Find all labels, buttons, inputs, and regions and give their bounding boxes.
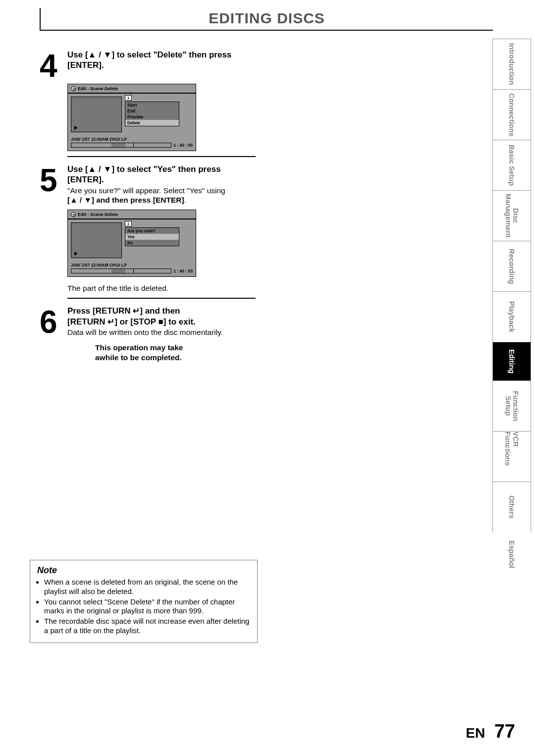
disc-icon [71, 86, 76, 91]
progress-time: 1 : 40 : 03 [173, 269, 193, 273]
warn-line1: This operation may take [95, 343, 253, 352]
progress-bar [71, 143, 171, 148]
step6-line2c: ] to exit. [163, 317, 196, 326]
step-4: 4 Use [▲ / ▼] to select "Delete" then pr… [40, 50, 253, 79]
screen-footer: JAN/ 1/07 12:00AM CH10 LP [68, 135, 196, 143]
menu-list: Start End Preview Delete [125, 102, 179, 126]
note-item: You cannot select "Scene Delete" if the … [44, 597, 250, 616]
triangle-down-icon: ▼ [104, 50, 112, 59]
menu-item: Are you sure? [125, 228, 179, 234]
step5-desc2b: [ENTER] [153, 196, 184, 204]
footer-page-number: 77 [494, 721, 515, 742]
tab-disc-management[interactable]: Disc Management [492, 190, 531, 241]
side-tabs: Introduction Connections Basic Setup Dis… [492, 39, 531, 577]
step6-line2a: [RETURN [67, 317, 107, 326]
index-number: 1 [125, 221, 132, 226]
step5-desc2c: . [184, 196, 186, 204]
return-arrow-icon: ↵ [133, 306, 140, 316]
tab-espanol[interactable]: Español [492, 532, 531, 577]
note-title: Note [37, 565, 250, 576]
step-number: 6 [40, 306, 67, 337]
footer-lang: EN [466, 725, 485, 741]
note-item: When a scene is deleted from an original… [44, 578, 250, 596]
menu-item: Start [125, 102, 179, 108]
step-5: 5 Use [▲ / ▼] to select "Yes" then press… [40, 164, 253, 205]
screen-footer: JAN/ 1/07 12:00AM CH10 LP [68, 261, 196, 269]
step4-instr-pre: Use [ [67, 50, 88, 59]
tab-basic-setup[interactable]: Basic Setup [492, 140, 531, 190]
play-icon [74, 252, 78, 256]
page-title: EDITING DISCS [41, 8, 493, 30]
progress-bar [71, 269, 171, 273]
menu-item-selected: Yes [125, 234, 179, 240]
progress-time: 1 : 40 : 00 [173, 143, 193, 148]
tab-function-setup[interactable]: Function Setup [492, 380, 531, 431]
step5-after: The part of the title is deleted. [67, 284, 253, 293]
menu-item: No [125, 240, 179, 246]
menu-item: Preview [125, 114, 179, 120]
triangle-up-icon: ▲ [88, 50, 97, 59]
step6-line1b: ] and then [140, 306, 180, 316]
preview-thumbnail [71, 97, 122, 132]
step-number: 4 [40, 50, 67, 79]
tab-introduction[interactable]: Introduction [492, 39, 531, 89]
screen-title: Edit - Scene Delete [78, 86, 118, 91]
step5-instruction: Use [▲ / ▼] to select "Yes" then press [… [67, 164, 253, 185]
disc-icon [71, 212, 76, 217]
screen-step4: Edit - Scene Delete 1 Start End Preview … [67, 84, 196, 151]
step4-instr-mid: / [96, 50, 103, 59]
step5-desc2: [▲ / ▼] and then press [67, 196, 153, 204]
warn-line2: awhile to be completed. [95, 353, 253, 362]
index-number: 1 [125, 95, 132, 101]
screen-step5: Edit - Scene Delete 1 Are you sure? Yes … [67, 210, 196, 277]
step-number: 5 [40, 164, 67, 205]
tab-others[interactable]: Others [492, 482, 531, 532]
tab-playback[interactable]: Playback [492, 291, 531, 342]
step6-line2b: ] or [STOP [114, 317, 158, 326]
step5-desc1: "Are you sure?" will appear. Select "Yes… [67, 186, 225, 195]
play-icon [74, 126, 78, 130]
menu-item-selected: Delete [125, 120, 179, 126]
step-6: 6 Press [RETURN ↵] and then [RETURN ↵] o… [40, 306, 253, 337]
step6-line1a: Press [RETURN [67, 306, 133, 316]
page-footer: EN 77 [0, 721, 515, 742]
preview-thumbnail [71, 222, 122, 258]
menu-item: End [125, 108, 179, 114]
page-header: EDITING DISCS [40, 8, 493, 31]
return-arrow-icon: ↵ [107, 317, 114, 326]
step6-desc: Data will be written onto the disc momen… [67, 327, 253, 337]
menu-list: Are you sure? Yes No [125, 227, 179, 246]
tab-recording[interactable]: Recording [492, 241, 531, 291]
screen-title: Edit - Scene Delete [78, 212, 118, 217]
stop-square-icon: ■ [158, 317, 163, 326]
note-item: The recordable disc space will not incre… [44, 617, 250, 636]
tab-vcr-functions[interactable]: VCR Functions [492, 431, 531, 482]
tab-connections[interactable]: Connections [492, 89, 531, 140]
tab-editing-active[interactable]: Editing [492, 342, 531, 380]
note-box: Note When a scene is deleted from an ori… [30, 560, 258, 643]
